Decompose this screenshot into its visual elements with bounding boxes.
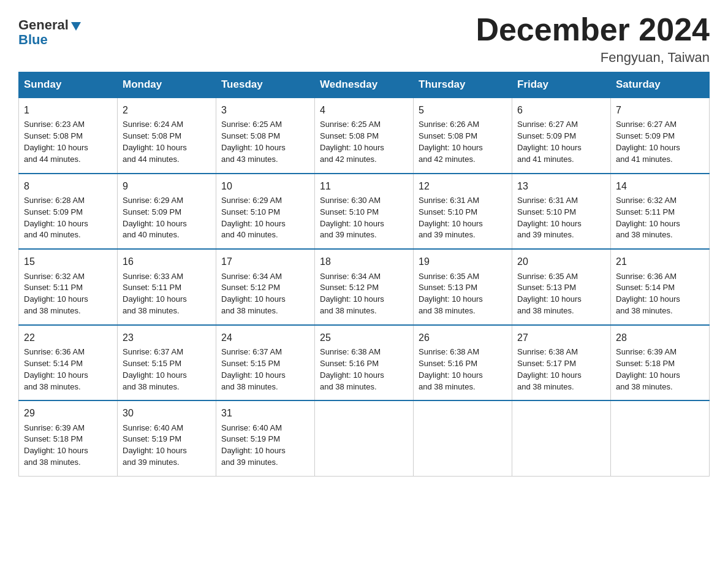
header-sunday: Sunday (19, 72, 118, 98)
day-info: Sunrise: 6:38 AMSunset: 5:16 PMDaylight:… (320, 347, 384, 391)
header-saturday: Saturday (611, 72, 710, 98)
day-number: 17 (221, 255, 309, 269)
day-number: 24 (221, 331, 309, 345)
table-row: 27 Sunrise: 6:38 AMSunset: 5:17 PMDaylig… (512, 325, 611, 401)
table-row: 11 Sunrise: 6:30 AMSunset: 5:10 PMDaylig… (315, 174, 414, 250)
day-number: 4 (320, 103, 408, 117)
header-friday: Friday (512, 72, 611, 98)
calendar-week-row: 15 Sunrise: 6:32 AMSunset: 5:11 PMDaylig… (19, 249, 710, 325)
table-row: 5 Sunrise: 6:26 AMSunset: 5:08 PMDayligh… (414, 98, 512, 174)
day-number: 16 (123, 255, 211, 269)
day-number: 11 (320, 179, 408, 193)
day-info: Sunrise: 6:25 AMSunset: 5:08 PMDaylight:… (320, 120, 384, 164)
calendar-week-row: 29 Sunrise: 6:39 AMSunset: 5:18 PMDaylig… (19, 400, 710, 476)
day-info: Sunrise: 6:35 AMSunset: 5:13 PMDaylight:… (517, 272, 582, 316)
table-row (611, 400, 710, 476)
calendar-week-row: 22 Sunrise: 6:36 AMSunset: 5:14 PMDaylig… (19, 325, 710, 401)
day-number: 12 (419, 179, 507, 193)
day-info: Sunrise: 6:40 AMSunset: 5:19 PMDaylight:… (221, 423, 286, 467)
table-row: 8 Sunrise: 6:28 AMSunset: 5:09 PMDayligh… (19, 174, 118, 250)
table-row (414, 400, 512, 476)
day-info: Sunrise: 6:40 AMSunset: 5:19 PMDaylight:… (123, 423, 187, 467)
month-title: December 2024 (476, 12, 710, 47)
logo-blue-text: Blue (18, 32, 48, 48)
table-row: 12 Sunrise: 6:31 AMSunset: 5:10 PMDaylig… (414, 174, 512, 250)
day-number: 23 (123, 331, 211, 345)
day-number: 19 (419, 255, 507, 269)
calendar-week-row: 1 Sunrise: 6:23 AMSunset: 5:08 PMDayligh… (19, 98, 710, 174)
logo: General Blue (18, 18, 82, 48)
day-info: Sunrise: 6:36 AMSunset: 5:14 PMDaylight:… (616, 272, 680, 316)
table-row: 10 Sunrise: 6:29 AMSunset: 5:10 PMDaylig… (216, 174, 315, 250)
day-number: 29 (24, 406, 112, 420)
calendar-week-row: 8 Sunrise: 6:28 AMSunset: 5:09 PMDayligh… (19, 174, 710, 250)
header-thursday: Thursday (414, 72, 512, 98)
table-row: 4 Sunrise: 6:25 AMSunset: 5:08 PMDayligh… (315, 98, 414, 174)
day-info: Sunrise: 6:34 AMSunset: 5:12 PMDaylight:… (221, 272, 286, 316)
table-row: 6 Sunrise: 6:27 AMSunset: 5:09 PMDayligh… (512, 98, 611, 174)
table-row: 14 Sunrise: 6:32 AMSunset: 5:11 PMDaylig… (611, 174, 710, 250)
day-info: Sunrise: 6:24 AMSunset: 5:08 PMDaylight:… (123, 120, 187, 164)
table-row: 2 Sunrise: 6:24 AMSunset: 5:08 PMDayligh… (118, 98, 216, 174)
day-info: Sunrise: 6:38 AMSunset: 5:17 PMDaylight:… (517, 347, 582, 391)
table-row: 13 Sunrise: 6:31 AMSunset: 5:10 PMDaylig… (512, 174, 611, 250)
table-row (512, 400, 611, 476)
day-info: Sunrise: 6:32 AMSunset: 5:11 PMDaylight:… (616, 196, 680, 240)
table-row: 16 Sunrise: 6:33 AMSunset: 5:11 PMDaylig… (118, 249, 216, 325)
day-number: 9 (123, 179, 211, 193)
day-number: 2 (123, 103, 211, 117)
table-row: 30 Sunrise: 6:40 AMSunset: 5:19 PMDaylig… (118, 400, 216, 476)
table-row: 25 Sunrise: 6:38 AMSunset: 5:16 PMDaylig… (315, 325, 414, 401)
location: Fengyuan, Taiwan (476, 50, 710, 66)
header-tuesday: Tuesday (216, 72, 315, 98)
day-number: 1 (24, 103, 112, 117)
calendar-header-row: Sunday Monday Tuesday Wednesday Thursday… (19, 72, 710, 98)
table-row: 29 Sunrise: 6:39 AMSunset: 5:18 PMDaylig… (19, 400, 118, 476)
day-info: Sunrise: 6:26 AMSunset: 5:08 PMDaylight:… (419, 120, 483, 164)
table-row: 7 Sunrise: 6:27 AMSunset: 5:09 PMDayligh… (611, 98, 710, 174)
day-number: 30 (123, 406, 211, 420)
table-row (315, 400, 414, 476)
day-number: 14 (616, 179, 704, 193)
day-info: Sunrise: 6:25 AMSunset: 5:08 PMDaylight:… (221, 120, 286, 164)
table-row: 21 Sunrise: 6:36 AMSunset: 5:14 PMDaylig… (611, 249, 710, 325)
day-number: 26 (419, 331, 507, 345)
day-number: 3 (221, 103, 309, 117)
day-number: 8 (24, 179, 112, 193)
day-info: Sunrise: 6:29 AMSunset: 5:09 PMDaylight:… (123, 196, 187, 240)
table-row: 23 Sunrise: 6:37 AMSunset: 5:15 PMDaylig… (118, 325, 216, 401)
day-info: Sunrise: 6:39 AMSunset: 5:18 PMDaylight:… (24, 423, 88, 467)
day-number: 25 (320, 331, 408, 345)
day-info: Sunrise: 6:27 AMSunset: 5:09 PMDaylight:… (616, 120, 680, 164)
day-number: 13 (517, 179, 605, 193)
day-info: Sunrise: 6:36 AMSunset: 5:14 PMDaylight:… (24, 347, 88, 391)
header-wednesday: Wednesday (315, 72, 414, 98)
day-number: 21 (616, 255, 704, 269)
page-header: General Blue December 2024 Fengyuan, Tai… (18, 12, 710, 66)
day-number: 7 (616, 103, 704, 117)
day-info: Sunrise: 6:31 AMSunset: 5:10 PMDaylight:… (517, 196, 582, 240)
day-info: Sunrise: 6:39 AMSunset: 5:18 PMDaylight:… (616, 347, 680, 391)
day-number: 18 (320, 255, 408, 269)
day-info: Sunrise: 6:27 AMSunset: 5:09 PMDaylight:… (517, 120, 582, 164)
svg-marker-0 (71, 22, 81, 31)
day-info: Sunrise: 6:37 AMSunset: 5:15 PMDaylight:… (221, 347, 286, 391)
logo-arrow-icon (70, 20, 82, 32)
table-row: 20 Sunrise: 6:35 AMSunset: 5:13 PMDaylig… (512, 249, 611, 325)
day-info: Sunrise: 6:23 AMSunset: 5:08 PMDaylight:… (24, 120, 88, 164)
table-row: 31 Sunrise: 6:40 AMSunset: 5:19 PMDaylig… (216, 400, 315, 476)
calendar-table: Sunday Monday Tuesday Wednesday Thursday… (18, 72, 710, 477)
table-row: 18 Sunrise: 6:34 AMSunset: 5:12 PMDaylig… (315, 249, 414, 325)
day-number: 28 (616, 331, 704, 345)
day-number: 27 (517, 331, 605, 345)
table-row: 19 Sunrise: 6:35 AMSunset: 5:13 PMDaylig… (414, 249, 512, 325)
day-number: 20 (517, 255, 605, 269)
day-info: Sunrise: 6:30 AMSunset: 5:10 PMDaylight:… (320, 196, 384, 240)
day-number: 22 (24, 331, 112, 345)
day-info: Sunrise: 6:33 AMSunset: 5:11 PMDaylight:… (123, 272, 187, 316)
logo-general-text: General (18, 18, 69, 32)
day-number: 31 (221, 406, 309, 420)
table-row: 26 Sunrise: 6:38 AMSunset: 5:16 PMDaylig… (414, 325, 512, 401)
table-row: 22 Sunrise: 6:36 AMSunset: 5:14 PMDaylig… (19, 325, 118, 401)
day-info: Sunrise: 6:35 AMSunset: 5:13 PMDaylight:… (419, 272, 483, 316)
